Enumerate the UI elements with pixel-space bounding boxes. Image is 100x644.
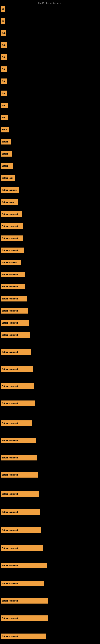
bar-label: Bottl	[1, 104, 6, 107]
bar-label: Bottleneck result	[1, 440, 18, 442]
bar: Bottleneck re	[1, 199, 18, 205]
bar: Bottleneck result	[1, 455, 37, 460]
bar-item: Bottl	[1, 66, 7, 72]
bar-item: Bottleneck result	[1, 308, 28, 314]
bar-item: Bottleneck result	[1, 236, 23, 241]
bar-item: Bott	[1, 42, 7, 48]
bar: Bottleneck result	[1, 634, 46, 639]
bar-label: Bottleneck resu	[1, 262, 17, 264]
site-title: TheBottlenecker.com	[0, 0, 100, 6]
bar: Bottleneck r	[1, 175, 15, 181]
bar-item: Bott	[1, 30, 6, 36]
bar-label: Bottleneck result	[1, 368, 18, 370]
bar-item: Bottlen	[1, 151, 12, 156]
bar: Bottleneck result	[1, 236, 23, 241]
bar-label: Bottleneck resu	[1, 189, 17, 191]
bar-label: Bott	[1, 32, 6, 34]
bar: Bottleneck result	[1, 616, 48, 621]
bar-label: Bott	[1, 44, 6, 46]
bar-item: Bottl	[1, 103, 8, 108]
bar-item: Bottleneck r	[1, 175, 15, 181]
bar-label: Bottleneck result	[1, 457, 18, 459]
bar: Bott	[1, 42, 7, 48]
bar-label: Bottlen	[1, 141, 8, 143]
bar-label: Bo	[1, 20, 4, 22]
bar: Bottl	[1, 115, 8, 120]
bar-label: Bottleneck result	[1, 402, 18, 404]
bar-label: Bottleneck result	[1, 351, 18, 353]
bar-label: Bott	[1, 92, 6, 94]
bar-label: Bottleneck result	[1, 564, 18, 567]
bar: Bottleneck result	[1, 366, 33, 372]
bar-label: Bottleneck result	[1, 511, 18, 513]
bar-label: Bottleneck result	[1, 310, 18, 312]
bar-item: Bottleneck result	[1, 296, 27, 302]
bar-label: Bottleneck result	[1, 385, 18, 388]
bar: Bottle	[1, 127, 9, 132]
bar-label: Bott	[1, 56, 6, 58]
bar-label: Bottleneck result	[1, 493, 18, 495]
bar-item: Bottleneck result	[1, 438, 36, 443]
bar-item: Bottleneck result	[1, 527, 41, 533]
bar-item: Bottlen	[1, 163, 13, 169]
bar: Bottlen	[1, 163, 13, 169]
bar-label: Bottleneck result	[1, 422, 18, 424]
bar-label: Bottl	[1, 116, 6, 119]
bar-label: Bottleneck result	[1, 582, 18, 585]
bar-label: Bottlen	[1, 153, 8, 155]
bar: Bottleneck result	[1, 349, 31, 355]
bar: Bottleneck resu	[1, 187, 19, 193]
bar-item: Bottleneck result	[1, 580, 44, 586]
bar: Bottleneck result	[1, 598, 48, 604]
bar-label: Bottleneck result	[1, 225, 18, 228]
bar-item: Bottleneck result	[1, 320, 29, 326]
bar-label: Bottleneck result	[1, 635, 18, 638]
bar: Bottleneck result	[1, 546, 43, 551]
bar: Bottleneck result	[1, 384, 34, 389]
bar: Bottleneck result	[1, 308, 28, 314]
bar-item: Bottleneck result	[1, 384, 34, 389]
bar-label: Bott	[1, 80, 6, 82]
bar: Bott	[1, 30, 6, 36]
bar-label: Bottleneck result	[1, 334, 18, 336]
bar: Bottleneck resu	[1, 260, 21, 265]
bar-label: Bottleneck result	[1, 474, 18, 476]
bar: Bottleneck result	[1, 272, 25, 277]
bar-label: Bottleneck result	[1, 529, 18, 531]
bar-item: Bottle	[1, 127, 9, 132]
bar-label: Bottleneck r	[1, 177, 13, 179]
bar: Bottleneck result	[1, 400, 35, 406]
bar: Bottl	[1, 103, 8, 108]
bar: Bottleneck result	[1, 580, 44, 586]
bar-label: Bottleneck result	[1, 322, 18, 324]
bar-item: Bottleneck result	[1, 598, 48, 604]
bar: Bott	[1, 78, 7, 84]
bar-item: Bottleneck result	[1, 509, 40, 515]
bar-label: Bottleneck result	[1, 286, 18, 288]
bar: Bottleneck result	[1, 491, 39, 497]
bar-item: Bottleneck re	[1, 199, 18, 205]
bar-label: Bottleneck result	[1, 617, 18, 620]
bar: Bo	[1, 18, 5, 24]
bar: Bott	[1, 54, 7, 60]
bar-item: Bottleneck result	[1, 455, 37, 460]
bar: Bottleneck result	[1, 472, 38, 478]
bar-item: Bottleneck result	[1, 563, 47, 568]
bar-item: Bo	[1, 6, 4, 12]
bar-label: Bottleneck re	[1, 201, 14, 203]
bar-item: Bottleneck result	[1, 400, 35, 406]
bar-label: Bottleneck result	[1, 600, 18, 602]
bar: Bottleneck result	[1, 563, 47, 568]
bar: Bottl	[1, 66, 7, 72]
bar-item: Bottleneck result	[1, 546, 43, 551]
bar-item: Bottleneck result	[1, 224, 23, 229]
bar-item: Bottleneck result	[1, 616, 48, 621]
bar-label: Bottleneck result	[1, 237, 18, 240]
bar: Bottlen	[1, 151, 12, 156]
bar: Bottleneck result	[1, 527, 41, 533]
bar-label: Bottleneck result	[1, 547, 18, 550]
bar-label: Bottleneck result	[1, 274, 18, 276]
bar-label: Bottlen	[1, 165, 8, 167]
bar: Bottleneck result	[1, 438, 36, 443]
bar-label: Bo	[1, 8, 4, 10]
